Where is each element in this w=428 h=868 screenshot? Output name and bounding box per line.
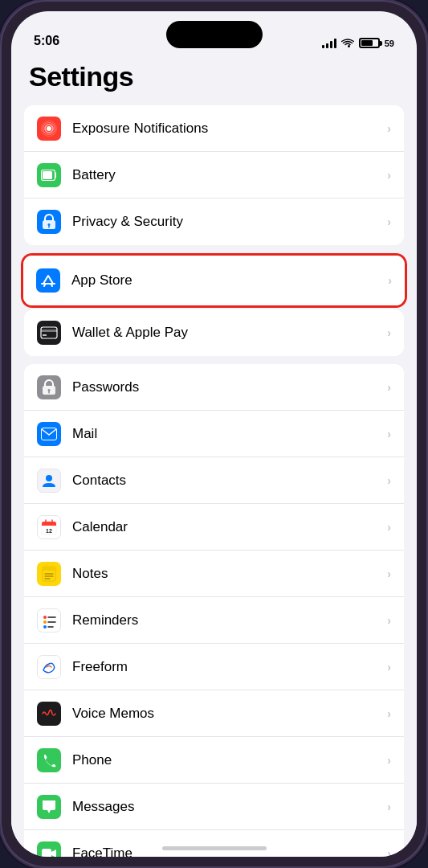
status-time: 5:06 bbox=[34, 34, 59, 48]
battery-chevron: › bbox=[387, 169, 391, 182]
settings-row-messages[interactable]: Messages › bbox=[24, 784, 404, 830]
settings-row-privacy-security[interactable]: Privacy & Security › bbox=[24, 199, 404, 245]
settings-row-battery[interactable]: Battery › bbox=[24, 152, 404, 199]
passwords-icon bbox=[37, 375, 61, 399]
exposure-notifications-chevron: › bbox=[387, 122, 391, 135]
settings-row-facetime[interactable]: FaceTime › bbox=[24, 830, 404, 857]
privacy-security-icon bbox=[37, 210, 61, 234]
voice-memos-chevron: › bbox=[387, 707, 391, 720]
contacts-icon bbox=[37, 469, 61, 493]
svg-point-0 bbox=[47, 126, 51, 131]
calendar-label: Calendar bbox=[72, 519, 387, 535]
wallet-apple-pay-chevron: › bbox=[387, 326, 391, 339]
settings-row-contacts[interactable]: Contacts › bbox=[24, 457, 404, 504]
messages-chevron: › bbox=[387, 800, 391, 813]
wallet-apple-pay-label: Wallet & Apple Pay bbox=[72, 325, 387, 341]
reminders-chevron: › bbox=[387, 614, 391, 627]
exposure-notifications-icon bbox=[37, 117, 61, 141]
battery-icon bbox=[359, 38, 380, 48]
svg-point-28 bbox=[43, 620, 47, 624]
mail-icon bbox=[37, 422, 61, 446]
wallet-apple-pay-icon bbox=[37, 321, 61, 345]
svg-rect-8 bbox=[41, 327, 57, 338]
phone-screen: 5:06 bbox=[11, 11, 417, 857]
phone-chevron: › bbox=[387, 754, 391, 767]
settings-row-voice-memos[interactable]: Voice Memos › bbox=[24, 690, 404, 737]
app-store-icon bbox=[36, 268, 60, 293]
calendar-chevron: › bbox=[387, 521, 391, 534]
svg-point-27 bbox=[43, 616, 47, 619]
svg-rect-13 bbox=[42, 428, 57, 440]
signal-bars-icon bbox=[322, 39, 336, 48]
settings-group-wallet: Wallet & Apple Pay › bbox=[24, 309, 404, 356]
notes-chevron: › bbox=[387, 567, 391, 580]
phone-icon bbox=[37, 748, 61, 772]
svg-rect-9 bbox=[41, 330, 57, 332]
facetime-chevron: › bbox=[387, 847, 391, 857]
notes-icon bbox=[37, 562, 61, 586]
settings-group-1: Exposure Notifications › Battery › bbox=[24, 105, 404, 245]
svg-text:12: 12 bbox=[46, 528, 52, 534]
settings-row-app-store[interactable]: App Store › bbox=[23, 256, 405, 305]
app-store-chevron: › bbox=[388, 274, 392, 287]
settings-row-mail[interactable]: Mail › bbox=[24, 411, 404, 457]
messages-label: Messages bbox=[72, 799, 387, 815]
battery-percentage: 59 bbox=[385, 39, 394, 48]
calendar-icon: 12 bbox=[37, 515, 61, 539]
page-title: Settings bbox=[11, 55, 417, 105]
reminders-label: Reminders bbox=[72, 612, 387, 628]
contacts-label: Contacts bbox=[72, 473, 387, 489]
battery-settings-icon bbox=[37, 163, 61, 187]
svg-rect-17 bbox=[42, 524, 56, 526]
exposure-notifications-label: Exposure Notifications bbox=[72, 121, 387, 137]
freeform-chevron: › bbox=[387, 661, 391, 674]
passwords-label: Passwords bbox=[72, 379, 387, 395]
voice-memos-icon bbox=[37, 702, 61, 726]
svg-point-29 bbox=[43, 625, 47, 628]
settings-row-calendar[interactable]: 12 Calendar › bbox=[24, 504, 404, 551]
mail-chevron: › bbox=[387, 428, 391, 440]
settings-row-reminders[interactable]: Reminders › bbox=[24, 597, 404, 644]
svg-rect-10 bbox=[43, 334, 47, 336]
dynamic-island bbox=[166, 21, 263, 48]
app-store-label: App Store bbox=[71, 272, 388, 289]
svg-rect-34 bbox=[42, 849, 51, 857]
settings-row-notes[interactable]: Notes › bbox=[24, 551, 404, 597]
phone-label: Phone bbox=[72, 752, 387, 768]
messages-icon bbox=[37, 795, 61, 819]
settings-group-apps: Passwords › Mail › bbox=[24, 364, 404, 857]
contacts-chevron: › bbox=[387, 474, 391, 487]
svg-point-14 bbox=[46, 475, 52, 481]
status-icons: 59 bbox=[322, 38, 394, 48]
settings-row-exposure-notifications[interactable]: Exposure Notifications › bbox=[24, 105, 404, 152]
reminders-icon bbox=[37, 608, 61, 633]
svg-rect-5 bbox=[43, 171, 52, 179]
home-indicator bbox=[162, 846, 267, 850]
settings-row-freeform[interactable]: Freeform › bbox=[24, 644, 404, 690]
facetime-icon bbox=[37, 841, 61, 857]
phone-frame: 5:06 bbox=[0, 0, 428, 868]
svg-rect-23 bbox=[43, 569, 55, 571]
privacy-security-label: Privacy & Security bbox=[72, 214, 387, 230]
voice-memos-label: Voice Memos bbox=[72, 706, 387, 722]
mail-label: Mail bbox=[72, 426, 387, 442]
freeform-icon bbox=[37, 655, 61, 679]
privacy-security-chevron: › bbox=[387, 215, 391, 228]
wifi-icon bbox=[341, 39, 354, 48]
freeform-label: Freeform bbox=[72, 659, 387, 675]
settings-row-wallet-apple-pay[interactable]: Wallet & Apple Pay › bbox=[24, 309, 404, 356]
settings-row-passwords[interactable]: Passwords › bbox=[24, 364, 404, 411]
settings-row-phone[interactable]: Phone › bbox=[24, 737, 404, 784]
settings-content[interactable]: Settings Exposure Notifications › bbox=[11, 55, 417, 857]
notes-label: Notes bbox=[72, 566, 387, 582]
app-store-highlight-container: App Store › bbox=[21, 253, 407, 308]
battery-label: Battery bbox=[72, 167, 387, 183]
passwords-chevron: › bbox=[387, 381, 391, 394]
